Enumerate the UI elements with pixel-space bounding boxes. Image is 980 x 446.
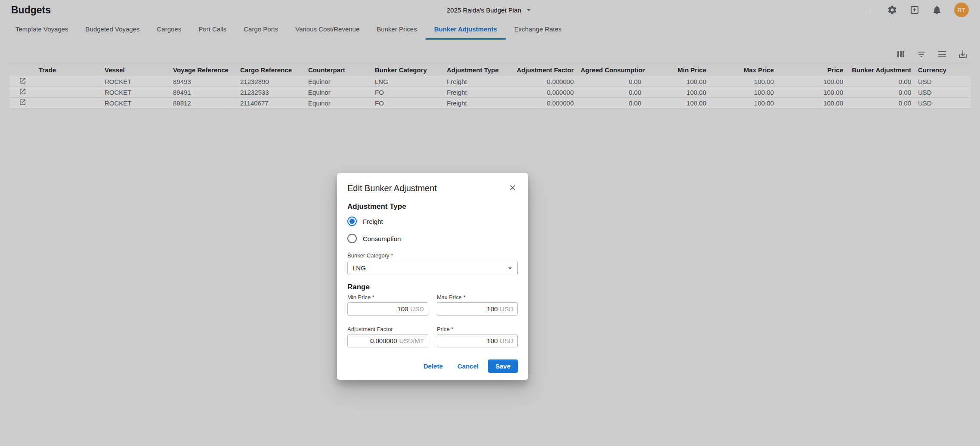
price-unit: USD <box>500 337 513 344</box>
max-price-input[interactable]: 100 USD <box>437 302 518 316</box>
bunker-category-select[interactable]: LNG <box>347 261 518 275</box>
radio-consumption[interactable] <box>347 234 357 243</box>
price-field: Price * 100 USD <box>437 326 518 347</box>
radio-option-freight[interactable]: Freight <box>347 213 518 230</box>
adjustment-type-heading: Adjustment Type <box>347 202 518 211</box>
bunker-category-value: LNG <box>352 264 366 272</box>
close-button[interactable] <box>507 183 518 193</box>
dialog-title: Edit Bunker Adjustment <box>347 183 437 194</box>
radio-freight-label: Freight <box>363 218 383 225</box>
save-button[interactable]: Save <box>488 359 518 373</box>
budgets-page: Budgets 2025 Raida's Budget Plan RT Temp… <box>0 0 980 446</box>
price-input[interactable]: 100 USD <box>437 334 518 347</box>
min-price-input[interactable]: 100 USD <box>347 302 428 316</box>
delete-button[interactable]: Delete <box>418 359 448 373</box>
dialog-actions: Delete Cancel Save <box>347 359 518 374</box>
adjustment-factor-field: Adjustment Factor 0.000000 USD/MT <box>347 326 428 347</box>
chevron-down-icon <box>505 263 515 273</box>
radio-consumption-label: Consumption <box>363 235 401 242</box>
max-price-unit: USD <box>500 305 513 313</box>
max-price-field: Max Price * 100 USD <box>437 294 518 316</box>
max-price-value: 100 <box>487 305 498 313</box>
radio-option-consumption[interactable]: Consumption <box>347 230 518 247</box>
min-price-value: 100 <box>397 305 408 313</box>
min-price-unit: USD <box>410 305 424 313</box>
price-value: 100 <box>487 337 498 344</box>
adjustment-factor-value: 0.000000 <box>370 337 397 344</box>
bunker-category-label: Bunker Category * <box>347 252 518 259</box>
adjustment-factor-label: Adjustment Factor <box>347 326 428 332</box>
adjustment-factor-input[interactable]: 0.000000 USD/MT <box>347 334 428 347</box>
radio-freight[interactable] <box>347 217 357 226</box>
adjustment-factor-unit: USD/MT <box>399 337 424 344</box>
range-heading: Range <box>347 283 518 291</box>
price-label: Price * <box>437 326 518 332</box>
cancel-button[interactable]: Cancel <box>452 359 484 373</box>
close-icon <box>508 183 517 192</box>
min-price-label: Min Price * <box>347 294 428 300</box>
edit-bunker-adjustment-dialog: Edit Bunker Adjustment Adjustment Type F… <box>337 173 528 380</box>
max-price-label: Max Price * <box>437 294 518 300</box>
min-price-field: Min Price * 100 USD <box>347 294 428 316</box>
